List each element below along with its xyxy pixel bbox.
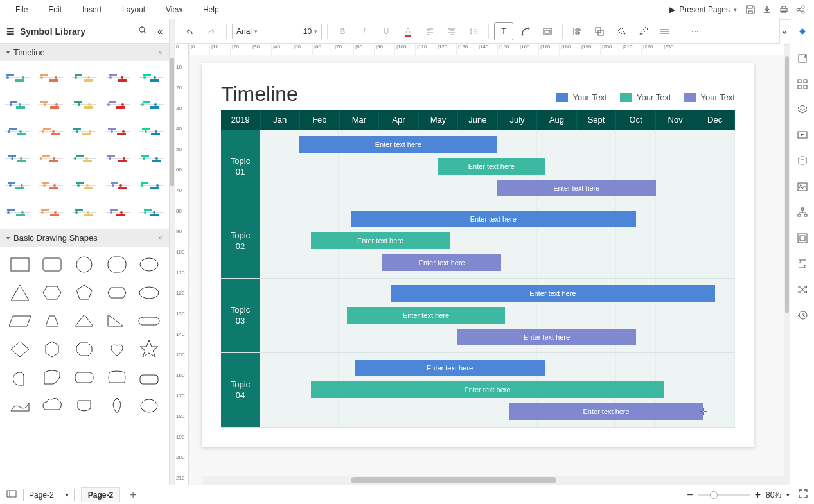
gantt-bar[interactable]: Enter text here	[311, 381, 664, 398]
shape-symbol[interactable]	[102, 393, 132, 419]
timeline-symbol[interactable]	[137, 147, 166, 170]
topic-label[interactable]: Topic01	[221, 130, 260, 204]
shape-symbol[interactable]	[69, 393, 99, 419]
shape-symbol[interactable]	[69, 308, 99, 334]
gantt-bar[interactable]: Enter text here	[347, 307, 506, 324]
align-objects-button[interactable]	[568, 22, 587, 40]
add-page-button[interactable]: +	[127, 489, 139, 501]
timeline-symbol[interactable]	[3, 120, 32, 143]
shape-symbol[interactable]	[134, 280, 164, 306]
timeline-symbol[interactable]	[69, 93, 99, 116]
bold-button[interactable]: B	[333, 22, 352, 40]
shape-symbol[interactable]	[134, 365, 164, 390]
print-icon[interactable]	[775, 1, 792, 18]
menu-view[interactable]: View	[155, 1, 193, 18]
timeline-symbol[interactable]	[36, 66, 66, 89]
shape-symbol[interactable]	[5, 336, 35, 362]
gantt-bar[interactable]: Enter text here	[351, 211, 636, 227]
line-spacing-button[interactable]	[464, 22, 483, 40]
gantt-bar[interactable]: Enter text here	[457, 329, 636, 345]
timeline-symbol[interactable]	[137, 201, 166, 224]
font-select[interactable]: Arial▾	[232, 24, 296, 39]
timeline-symbol[interactable]	[103, 174, 133, 197]
page-tab[interactable]: Page-2	[81, 487, 120, 502]
collapse-sidebar-icon[interactable]: «	[157, 26, 163, 37]
share-icon[interactable]	[792, 1, 809, 18]
menu-help[interactable]: Help	[193, 1, 229, 18]
font-size-select[interactable]: 10▾	[299, 24, 322, 39]
topic-label[interactable]: Topic04	[221, 353, 260, 427]
shapes-section-header[interactable]: ▾ Basic Drawing Shapes ×	[0, 229, 169, 247]
timeline-symbol[interactable]	[36, 147, 66, 170]
gantt-bar[interactable]: Enter text here	[497, 180, 656, 196]
close-icon[interactable]: ×	[157, 233, 163, 243]
gantt-bar[interactable]: Enter text here	[299, 136, 497, 153]
grid-icon[interactable]	[794, 76, 811, 92]
timeline-symbol[interactable]	[69, 66, 99, 89]
shape-symbol[interactable]	[37, 393, 67, 419]
menu-file[interactable]: File	[5, 1, 38, 18]
redo-button[interactable]	[202, 22, 221, 40]
topic-label[interactable]: Topic03	[221, 279, 260, 352]
legend-item[interactable]: Your Text	[620, 92, 671, 102]
timeline-symbol[interactable]	[103, 147, 133, 170]
layers-icon[interactable]	[794, 101, 811, 118]
gantt-bar[interactable]: Enter text here	[438, 158, 545, 175]
presentation-icon[interactable]	[794, 127, 811, 144]
align-center-button[interactable]	[442, 22, 461, 40]
shape-symbol[interactable]	[5, 365, 35, 390]
shape-symbol[interactable]	[5, 280, 35, 306]
shape-symbol[interactable]	[37, 252, 67, 277]
shape-symbol[interactable]	[37, 365, 67, 390]
more-button[interactable]: ⋯	[686, 22, 705, 40]
timeline-symbol[interactable]	[3, 66, 32, 89]
timeline-symbol[interactable]	[137, 174, 166, 197]
line-style-button[interactable]	[655, 22, 675, 40]
style-icon[interactable]	[794, 24, 811, 41]
search-icon[interactable]	[138, 26, 147, 37]
legend-item[interactable]: Your Text	[684, 92, 736, 102]
shape-symbol[interactable]	[102, 280, 132, 306]
shape-symbol[interactable]	[134, 336, 164, 362]
canvas-scroll[interactable]: |0|10|20|30|40|50|60|70|80|90|100|110|12…	[189, 44, 784, 485]
image-icon[interactable]	[794, 178, 811, 195]
shape-symbol[interactable]	[37, 280, 67, 306]
shape-symbol[interactable]	[102, 336, 132, 362]
text-tool-button[interactable]: T	[494, 22, 513, 40]
history-icon[interactable]	[794, 307, 811, 324]
gantt-bar[interactable]: Enter text here	[355, 360, 545, 376]
timeline-symbol[interactable]	[103, 66, 133, 89]
vertical-scrollbar[interactable]	[784, 44, 790, 485]
timeline-symbol[interactable]	[36, 174, 66, 197]
gantt-bar[interactable]: Enter text here	[382, 254, 501, 271]
gantt-bar[interactable]: Enter text here	[391, 285, 716, 302]
gantt-chart[interactable]: 2019JanFebMarAprMayJuneJulyAugSeptOctNov…	[221, 110, 735, 428]
gantt-bar[interactable]: Enter text here	[311, 232, 450, 249]
frame-icon[interactable]	[794, 230, 811, 247]
download-icon[interactable]	[759, 1, 775, 18]
timeline-symbol[interactable]	[137, 66, 166, 89]
timeline-symbol[interactable]	[36, 201, 66, 224]
chart-title[interactable]: Timeline	[221, 82, 298, 106]
orgchart-icon[interactable]	[794, 204, 811, 221]
timeline-symbol[interactable]	[137, 93, 166, 116]
sidebar-scrollbar[interactable]	[170, 19, 175, 485]
font-color-button[interactable]: A	[398, 22, 418, 40]
timeline-symbol[interactable]	[36, 93, 66, 116]
shape-symbol[interactable]	[134, 393, 164, 419]
underline-button[interactable]: U	[376, 22, 396, 40]
undo-button[interactable]	[180, 22, 199, 40]
zoom-out-button[interactable]: −	[687, 489, 693, 501]
export-icon[interactable]	[794, 50, 811, 67]
expand-panel-button[interactable]: «	[779, 19, 790, 45]
group-button[interactable]	[590, 22, 609, 40]
timeline-symbol[interactable]	[103, 201, 133, 224]
legend-item[interactable]: Your Text	[556, 92, 608, 102]
shape-symbol[interactable]	[5, 308, 35, 334]
fullscreen-icon[interactable]	[799, 489, 808, 500]
shape-symbol[interactable]	[69, 336, 99, 362]
zoom-value[interactable]: 80%	[766, 491, 781, 500]
shape-symbol[interactable]	[102, 365, 132, 390]
align-left-button[interactable]	[420, 22, 439, 40]
gantt-bar[interactable]: Enter text here	[509, 403, 703, 420]
